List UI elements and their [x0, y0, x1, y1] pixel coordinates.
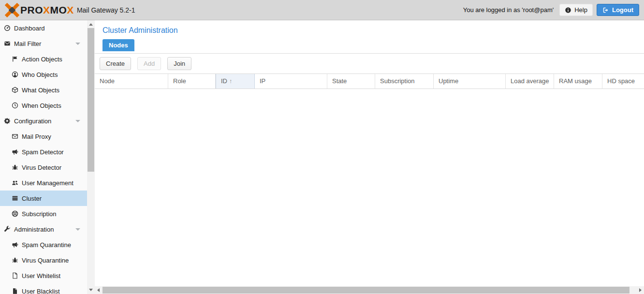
column-header-id[interactable]: ID↑ — [216, 74, 255, 88]
sidebar-item-spam-detector[interactable]: Spam Detector — [0, 144, 87, 160]
collapse-chevron-icon[interactable] — [75, 120, 80, 122]
help-button[interactable]: Help — [559, 4, 593, 16]
sidebar-item-label: Mail Filter — [14, 40, 41, 47]
column-header-ip[interactable]: IP — [255, 74, 327, 88]
create-button[interactable]: Create — [100, 57, 131, 70]
sidebar-item-label: Who Objects — [22, 71, 58, 78]
file-outline-icon — [12, 272, 18, 279]
sidebar-item-what-objects[interactable]: What Objects — [0, 82, 87, 98]
cluster-icon — [12, 195, 18, 202]
column-header-uptime[interactable]: Uptime — [434, 74, 506, 88]
brand-part: X — [43, 4, 50, 15]
sidebar-vertical-scrollbar[interactable] — [87, 20, 95, 294]
sidebar-item-virus-quarantine[interactable]: Virus Quarantine — [0, 252, 87, 268]
bullhorn-icon — [12, 148, 18, 155]
bullhorn-icon — [12, 241, 18, 248]
toolbar: CreateAddJoin — [95, 54, 644, 74]
info-circle-icon — [565, 7, 571, 14]
vertical-scroll-thumb[interactable] — [88, 28, 94, 172]
sidebar-item-label: Mail Proxy — [22, 133, 51, 140]
sign-out-icon — [602, 7, 609, 14]
column-header-state[interactable]: State — [327, 74, 375, 88]
column-label: Subscription — [380, 77, 415, 85]
sidebar-item-label: User Blacklist — [22, 288, 60, 294]
sidebar-item-when-objects[interactable]: When Objects — [0, 98, 87, 113]
collapse-chevron-icon[interactable] — [75, 43, 80, 45]
table-body — [95, 89, 644, 278]
collapse-chevron-icon[interactable] — [75, 228, 80, 231]
sidebar-nav: DashboardMail FilterAction ObjectsWho Ob… — [0, 20, 87, 294]
sidebar-item-cluster[interactable]: Cluster — [0, 191, 87, 206]
column-label: Role — [173, 77, 186, 85]
login-status: You are logged in as 'root@pam' — [463, 6, 554, 14]
column-header-hd-space[interactable]: HD space — [602, 74, 644, 88]
bug-icon — [12, 164, 18, 171]
tab-nodes[interactable]: Nodes — [102, 39, 134, 51]
horizontal-scroll-thumb[interactable] — [102, 287, 629, 294]
column-label: Load average — [511, 77, 549, 85]
sidebar-item-label: User Whitelist — [22, 272, 60, 279]
sidebar-item-who-objects[interactable]: Who Objects — [0, 67, 87, 82]
column-label: Node — [100, 77, 115, 85]
sidebar-item-label: Action Objects — [22, 56, 62, 63]
sidebar-item-dashboard[interactable]: Dashboard — [0, 20, 87, 36]
column-label: HD space — [607, 77, 635, 85]
sidebar-item-virus-detector[interactable]: Virus Detector — [0, 160, 87, 175]
sidebar-item-user-management[interactable]: User Management — [0, 175, 87, 191]
proxmox-x-logo — [5, 3, 19, 17]
sidebar-item-label: Subscription — [22, 210, 57, 218]
proxmox-logo: PROXMOX Mail Gateway 5.2-1 — [5, 3, 135, 17]
column-header-ram-usage[interactable]: RAM usage — [554, 74, 602, 88]
add-button: Add — [137, 57, 161, 70]
column-header-role[interactable]: Role — [168, 74, 216, 88]
sidebar-item-label: Administration — [14, 226, 54, 233]
page-title: Cluster Administration — [95, 20, 644, 35]
clock-icon — [12, 102, 18, 109]
scroll-left-arrow[interactable] — [97, 288, 100, 292]
gears-icon — [4, 118, 11, 124]
table-header-row: NodeRoleID↑IPStateSubscriptionUptimeLoad… — [95, 74, 644, 89]
brand-text: PROXMOX — [20, 4, 74, 16]
flag-icon — [12, 56, 18, 62]
horizontal-scrollbar[interactable] — [95, 286, 644, 294]
sidebar-item-user-blacklist[interactable]: User Blacklist — [0, 283, 87, 294]
sidebar-item-subscription[interactable]: Subscription — [0, 206, 87, 221]
help-label: Help — [574, 6, 587, 14]
sidebar-item-action-objects[interactable]: Action Objects — [0, 51, 87, 67]
sidebar-item-label: Configuration — [14, 118, 51, 125]
cube-icon — [12, 87, 18, 93]
dashboard-icon — [4, 25, 11, 31]
column-header-subscription[interactable]: Subscription — [375, 74, 434, 88]
logout-label: Logout — [612, 6, 633, 14]
sidebar-item-spam-quarantine[interactable]: Spam Quarantine — [0, 237, 87, 252]
sort-ascending-icon: ↑ — [229, 78, 232, 85]
brand-part: X — [67, 4, 74, 15]
sidebar-item-configuration[interactable]: Configuration — [0, 113, 87, 129]
file-solid-icon — [12, 288, 18, 294]
envelope-icon — [4, 40, 11, 47]
sidebar-item-label: Spam Quarantine — [22, 241, 71, 249]
column-label: State — [332, 77, 347, 85]
sidebar-item-label: Dashboard — [14, 25, 45, 32]
logout-button[interactable]: Logout — [597, 4, 639, 16]
sidebar-item-label: User Management — [22, 179, 73, 187]
scroll-up-arrow[interactable] — [89, 23, 93, 26]
brand-part: MO — [50, 4, 67, 15]
sidebar-item-label: What Objects — [22, 87, 59, 94]
column-header-load-average[interactable]: Load average — [506, 74, 554, 88]
column-header-node[interactable]: Node — [95, 74, 168, 88]
sidebar-item-mail-filter[interactable]: Mail Filter — [0, 36, 87, 51]
sidebar-item-user-whitelist[interactable]: User Whitelist — [0, 268, 87, 283]
scroll-right-arrow[interactable] — [639, 288, 642, 292]
sidebar-item-mail-proxy[interactable]: Mail Proxy — [0, 129, 87, 144]
sidebar-item-label: Virus Quarantine — [22, 257, 69, 264]
sidebar-item-administration[interactable]: Administration — [0, 221, 87, 237]
join-button[interactable]: Join — [167, 57, 191, 70]
wrench-icon — [4, 226, 11, 233]
user-circle-icon — [12, 71, 18, 78]
users-icon — [12, 179, 18, 186]
scroll-down-arrow[interactable] — [89, 289, 93, 291]
envelope-open-icon — [12, 133, 18, 140]
column-label: Uptime — [439, 77, 458, 85]
main-panel: Cluster Administration Nodes CreateAddJo… — [95, 20, 644, 294]
